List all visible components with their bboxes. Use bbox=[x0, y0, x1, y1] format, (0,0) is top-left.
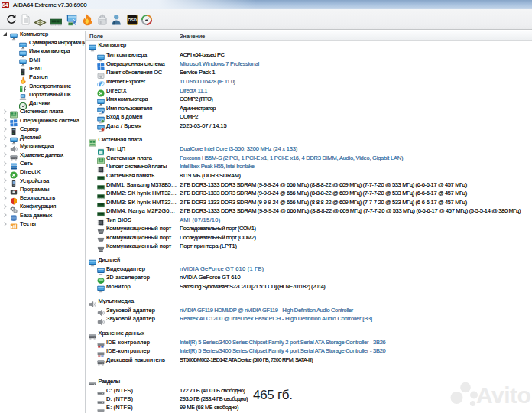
svg-text:Avito: Avito bbox=[476, 382, 531, 408]
svg-text:OSD: OSD bbox=[128, 18, 137, 22]
